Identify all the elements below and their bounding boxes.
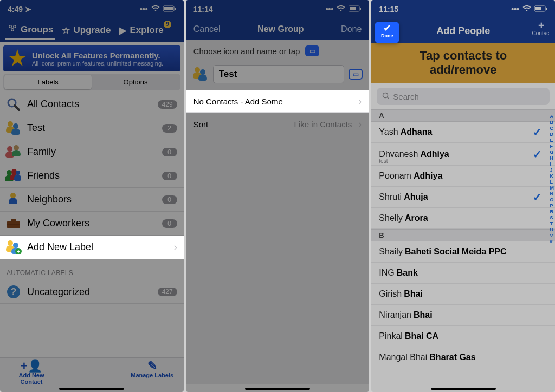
index-letter[interactable]: # bbox=[550, 239, 554, 244]
label-row-all[interactable]: All Contacts 429 bbox=[0, 93, 184, 116]
contact-row[interactable]: YashAdhana✓ bbox=[371, 122, 555, 143]
family-icon bbox=[4, 143, 23, 161]
contact-first: Girish bbox=[379, 289, 402, 299]
star-icon: ☆ bbox=[62, 25, 70, 36]
contact-row[interactable]: DhvaneshAdhiya✓test bbox=[371, 143, 555, 166]
cancel-button[interactable]: Cancel bbox=[193, 24, 221, 34]
group-name-input[interactable] bbox=[213, 65, 345, 83]
status-bar: 11:14 ••• bbox=[186, 0, 370, 18]
manage-labels-button[interactable]: ✎ Manage Labels bbox=[131, 360, 174, 392]
index-letter[interactable]: C bbox=[550, 126, 554, 131]
index-letter[interactable]: P bbox=[550, 203, 554, 208]
label-row-family[interactable]: Family 0 bbox=[0, 140, 184, 164]
no-contacts-text: No Contacts - Add Some bbox=[193, 97, 283, 106]
pencil-icon: ✎ bbox=[131, 360, 174, 372]
manage-labels-label: Manage Labels bbox=[131, 372, 174, 378]
done-button[interactable]: Done bbox=[341, 24, 362, 34]
index-letter[interactable]: R bbox=[550, 209, 554, 214]
add-new-label-row[interactable]: + Add New Label › bbox=[0, 236, 184, 259]
contact-row[interactable]: PoonamAdhiya bbox=[371, 166, 555, 187]
battery-icon bbox=[534, 5, 547, 14]
contact-row[interactable]: ShrutiAhuja✓ bbox=[371, 187, 555, 208]
nav-bar: Cancel New Group Done bbox=[186, 18, 370, 40]
contact-row[interactable]: INGBank bbox=[371, 263, 555, 284]
done-label: Done bbox=[375, 33, 399, 38]
contact-row[interactable]: ShailyBaheti Social Meida PPC bbox=[371, 241, 555, 263]
tab-explore[interactable]: ▶ Explore 9 bbox=[117, 22, 165, 40]
group-icon[interactable] bbox=[192, 67, 209, 81]
seg-options[interactable]: Options bbox=[92, 75, 179, 89]
index-letter[interactable]: M bbox=[550, 185, 554, 191]
label-row-friends[interactable]: Friends 0 bbox=[0, 164, 184, 188]
index-letter[interactable]: I bbox=[550, 161, 554, 167]
index-letter[interactable]: S bbox=[550, 215, 554, 220]
contact-last: Arora bbox=[405, 213, 428, 223]
contact-row[interactable]: NiranjanBhai bbox=[371, 305, 555, 326]
sort-row[interactable]: Sort Like in Contacts› bbox=[186, 113, 370, 135]
tab-groups[interactable]: Groups bbox=[5, 21, 55, 40]
no-contacts-row[interactable]: No Contacts - Add Some › bbox=[186, 90, 370, 113]
promo-banner[interactable]: Unlock All Features Permanently. All ico… bbox=[3, 45, 180, 71]
add-label-text: Add New Label bbox=[27, 241, 171, 253]
contact-row[interactable]: GirishBhai bbox=[371, 284, 555, 305]
add-contact-button[interactable]: +👤 Add New Contact bbox=[10, 360, 53, 392]
label-row-coworkers[interactable]: My Coworkers 0 bbox=[0, 212, 184, 236]
play-icon: ▶ bbox=[119, 25, 126, 36]
index-letter[interactable]: L bbox=[550, 179, 554, 185]
contact-last: Adhana bbox=[401, 127, 433, 137]
label-count: 0 bbox=[162, 219, 177, 228]
label-name: Test bbox=[27, 122, 162, 134]
label-row-test[interactable]: Test 2 bbox=[0, 116, 184, 140]
seg-labels[interactable]: Labels bbox=[4, 75, 92, 89]
group-name-row: ▭ bbox=[186, 62, 370, 90]
plus-icon: + bbox=[532, 21, 551, 30]
index-letter[interactable]: B bbox=[550, 120, 554, 125]
choose-icon-row: Choose icon and name or tap ▭ bbox=[186, 40, 370, 62]
index-letter[interactable]: H bbox=[550, 155, 554, 161]
index-letter[interactable]: F bbox=[550, 143, 554, 149]
contact-row[interactable]: Mangal BhaiBharat Gas bbox=[371, 347, 555, 368]
explore-badge: 9 bbox=[164, 21, 171, 28]
neighbor-icon bbox=[4, 191, 23, 209]
label-row-neighbors[interactable]: Neighbors 0 bbox=[0, 188, 184, 212]
add-contact-label: Add New Contact bbox=[10, 372, 53, 385]
label-row-uncategorized[interactable]: ? Uncategorized 427 bbox=[0, 280, 184, 304]
check-icon: ✓ bbox=[533, 191, 542, 204]
contact-last: Bhai CA bbox=[405, 331, 438, 341]
chevron-right-icon: › bbox=[358, 96, 362, 107]
index-letter[interactable]: K bbox=[550, 173, 554, 179]
index-letter[interactable]: T bbox=[550, 221, 554, 226]
wifi-icon bbox=[337, 5, 345, 14]
book-icon[interactable]: ▭ bbox=[349, 69, 363, 80]
index-letter[interactable]: J bbox=[550, 167, 554, 173]
contact-last: Baheti Social Meida PPC bbox=[405, 247, 507, 257]
index-letter[interactable]: V bbox=[550, 233, 554, 238]
index-letter[interactable]: O bbox=[550, 197, 554, 202]
contact-last: Ahuja bbox=[404, 192, 428, 202]
tab-groups-label: Groups bbox=[21, 24, 53, 35]
contact-row[interactable]: PinkalBhai CA bbox=[371, 326, 555, 347]
contact-last: Adhiya bbox=[420, 149, 449, 159]
sort-label: Sort bbox=[193, 120, 209, 129]
contacts-book-icon[interactable]: ▭ bbox=[305, 45, 319, 56]
segmented-control[interactable]: Labels Options bbox=[3, 74, 180, 90]
label-name: All Contacts bbox=[27, 99, 158, 110]
index-letter[interactable]: U bbox=[550, 227, 554, 232]
groups-icon bbox=[8, 24, 17, 35]
search-input[interactable]: Search bbox=[377, 88, 550, 105]
index-letter[interactable]: N bbox=[550, 191, 554, 197]
label-count: 429 bbox=[158, 100, 177, 109]
promo-subtitle: All icons, premium features, unlimited m… bbox=[32, 60, 163, 67]
index-letter[interactable]: G bbox=[550, 149, 554, 155]
index-letter[interactable]: A bbox=[550, 114, 554, 119]
auto-labels-header: AUTOMATIC LABELS bbox=[0, 259, 184, 280]
alpha-index[interactable]: ABCDEFGHIJKLMNOPRSTUV# bbox=[550, 114, 554, 244]
promo-title: Unlock All Features Permanently. bbox=[32, 51, 163, 60]
index-letter[interactable]: D bbox=[550, 132, 554, 137]
contact-row[interactable]: ShellyArora bbox=[371, 208, 555, 229]
done-button[interactable]: ✔ Done bbox=[375, 22, 399, 43]
add-contact-button[interactable]: + Contact bbox=[532, 21, 551, 36]
tab-upgrade[interactable]: ☆ Upgrade bbox=[60, 22, 113, 40]
index-letter[interactable]: E bbox=[550, 138, 554, 143]
screen-groups: 4:49 ➤ ••• Groups ☆ Upgrade bbox=[0, 0, 184, 392]
